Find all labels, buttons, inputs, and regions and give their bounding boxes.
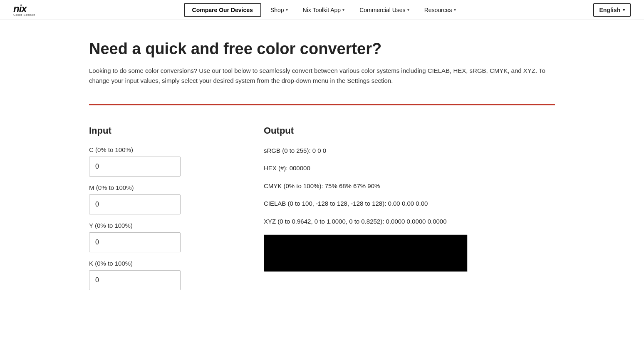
commercial-menu[interactable]: Commercial Uses ▾ (354, 4, 415, 16)
output-srgb: sRGB (0 to 255): 0 0 0 (264, 146, 555, 156)
commercial-chevron-icon: ▾ (407, 7, 409, 12)
field-y-label: Y (0% to 100%) (89, 222, 230, 229)
color-preview-box (264, 234, 468, 272)
language-selector[interactable]: English ▾ (593, 3, 631, 17)
field-k-input[interactable] (89, 270, 181, 290)
input-title: Input (89, 125, 230, 136)
field-m: M (0% to 100%) (89, 184, 230, 215)
output-title: Output (264, 125, 555, 136)
resources-menu[interactable]: Resources ▾ (419, 4, 462, 16)
field-k-label: K (0% to 100%) (89, 260, 230, 267)
shop-chevron-icon: ▾ (286, 7, 288, 12)
shop-menu[interactable]: Shop ▾ (265, 4, 294, 16)
nav-items: Compare Our Devices Shop ▾ Nix Toolkit A… (52, 3, 594, 17)
logo[interactable]: nix Color Sensor (13, 3, 35, 17)
field-m-label: M (0% to 100%) (89, 184, 230, 191)
page-title: Need a quick and free color converter? (89, 40, 555, 58)
field-m-input[interactable] (89, 194, 181, 214)
navigation: nix Color Sensor Compare Our Devices Sho… (0, 0, 644, 20)
resources-label: Resources (424, 7, 452, 13)
field-y-input[interactable] (89, 232, 181, 252)
compare-devices-button[interactable]: Compare Our Devices (184, 3, 261, 17)
language-label: English (599, 7, 620, 13)
field-y: Y (0% to 100%) (89, 222, 230, 253)
output-xyz: XYZ (0 to 0.9642, 0 to 1.0000, 0 to 0.82… (264, 217, 555, 227)
page-subtitle: Looking to do some color conversions? Us… (89, 66, 555, 86)
output-cmyk: CMYK (0% to 100%): 75% 68% 67% 90% (264, 182, 555, 191)
output-section: Output sRGB (0 to 255): 0 0 0 HEX (#): 0… (264, 125, 555, 272)
input-section: Input C (0% to 100%) M (0% to 100%) Y (0… (89, 125, 230, 291)
field-c: C (0% to 100%) (89, 146, 230, 177)
field-c-label: C (0% to 100%) (89, 146, 230, 153)
main-content: Need a quick and free color converter? L… (72, 20, 572, 316)
toolkit-label: Nix Toolkit App (303, 7, 341, 13)
output-hex: HEX (#): 000000 (264, 164, 555, 173)
logo-sub: Color Sensor (13, 13, 35, 17)
output-cielab: CIELAB (0 to 100, -128 to 128, -128 to 1… (264, 199, 555, 209)
resources-chevron-icon: ▾ (454, 7, 456, 12)
toolkit-chevron-icon: ▾ (342, 7, 344, 12)
field-c-input[interactable] (89, 157, 181, 177)
converter-layout: Input C (0% to 100%) M (0% to 100%) Y (0… (89, 125, 555, 291)
language-chevron-icon: ▾ (623, 7, 625, 12)
red-divider (89, 104, 555, 105)
field-k: K (0% to 100%) (89, 260, 230, 291)
shop-label: Shop (270, 7, 284, 13)
commercial-label: Commercial Uses (359, 7, 405, 13)
toolkit-menu[interactable]: Nix Toolkit App ▾ (297, 4, 351, 16)
